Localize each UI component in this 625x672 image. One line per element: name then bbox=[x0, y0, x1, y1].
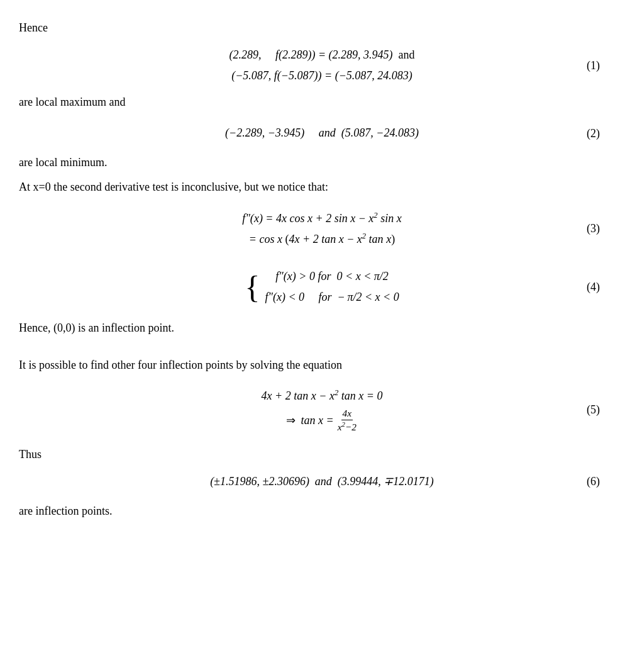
inflection-points-label: are inflection points. bbox=[19, 505, 112, 517]
eq1-lines: (2.289, f(2.289)) = (2.289, 3.945) and (… bbox=[82, 46, 562, 85]
equation-3: f″(x) = 4x cos x + 2 sin x − x2 sin x = … bbox=[19, 209, 600, 249]
eq5-line1: 4x + 2 tan x − x2 tan x = 0 bbox=[262, 386, 383, 405]
inflection-label: Hence, (0,0) is an inflection point. bbox=[19, 322, 174, 334]
eq2-number: (2) bbox=[587, 124, 600, 142]
eq3-number: (3) bbox=[587, 220, 600, 238]
local-max-label: are local maximum and bbox=[19, 96, 125, 108]
eq4-line2: f″(x) < 0 for − π/2 < x < 0 bbox=[265, 288, 399, 306]
equation-1: (2.289, f(2.289)) = (2.289, 3.945) and (… bbox=[19, 46, 600, 85]
equation-4: { f″(x) > 0 for 0 < x < π/2 f″(x) < 0 fo… bbox=[19, 267, 600, 306]
possible-text: It is possible to find other four inflec… bbox=[19, 356, 600, 374]
eq1-line1: (2.289, f(2.289)) = (2.289, 3.945) and bbox=[229, 46, 414, 64]
eq4-brace: { f″(x) > 0 for 0 < x < π/2 f″(x) < 0 fo… bbox=[245, 267, 399, 306]
eq5-fraction: 4x x2−2 bbox=[336, 408, 358, 433]
inflection-text: Hence, (0,0) is an inflection point. bbox=[19, 319, 600, 337]
possible-label: It is possible to find other four inflec… bbox=[19, 359, 342, 371]
second-deriv-text: At x=0 the second derivative test is inc… bbox=[19, 178, 600, 196]
eq6-content: (±1.51986, ±2.30696) and (3.99444, ∓12.0… bbox=[19, 473, 600, 491]
eq4-line1: f″(x) > 0 for 0 < x < π/2 bbox=[265, 267, 399, 286]
page-content: Hence (2.289, f(2.289)) = (2.289, 3.945)… bbox=[19, 19, 600, 520]
hence-text: Hence bbox=[19, 21, 48, 34]
left-brace-icon: { bbox=[245, 271, 260, 303]
equation-2: (−2.289, −3.945) and (5.087, −24.083) (2… bbox=[19, 124, 600, 142]
local-min-label: are local minimum. bbox=[19, 156, 107, 169]
local-max-text: are local maximum and bbox=[19, 93, 600, 111]
eq5-line2: ⇒ tan x = 4x x2−2 bbox=[286, 408, 358, 433]
eq5-number: (5) bbox=[587, 401, 600, 419]
local-min-text: are local minimum. bbox=[19, 154, 600, 172]
eq4-lines: f″(x) > 0 for 0 < x < π/2 f″(x) < 0 for … bbox=[265, 267, 399, 306]
inflection-points-text: are inflection points. bbox=[19, 502, 600, 520]
thus-text: Thus bbox=[19, 448, 41, 461]
hence-label: Hence bbox=[19, 19, 600, 37]
equation-5: 4x + 2 tan x − x2 tan x = 0 ⇒ tan x = 4x… bbox=[19, 386, 600, 433]
thus-label-container: Thus bbox=[19, 445, 600, 464]
second-deriv-label: At x=0 the second derivative test is inc… bbox=[19, 181, 328, 193]
eq1-number: (1) bbox=[587, 56, 600, 74]
eq3-content: f″(x) = 4x cos x + 2 sin x − x2 sin x = … bbox=[19, 209, 600, 249]
eq2-content: (−2.289, −3.945) and (5.087, −24.083) bbox=[19, 124, 600, 142]
eq6-number: (6) bbox=[587, 473, 600, 491]
equation-6: (±1.51986, ±2.30696) and (3.99444, ∓12.0… bbox=[19, 473, 600, 491]
eq4-number: (4) bbox=[587, 278, 600, 296]
eq6-formula: (±1.51986, ±2.30696) and (3.99444, ∓12.0… bbox=[210, 475, 434, 488]
eq5-lines: 4x + 2 tan x − x2 tan x = 0 ⇒ tan x = 4x… bbox=[82, 386, 562, 433]
eq1-line2: (−5.087, f(−5.087)) = (−5.087, 24.083) bbox=[231, 67, 412, 85]
eq4-content: { f″(x) > 0 for 0 < x < π/2 f″(x) < 0 fo… bbox=[19, 267, 600, 306]
eq3-line2: = cos x (4x + 2 tan x − x2 tan x) bbox=[249, 230, 395, 249]
eq3-lines: f″(x) = 4x cos x + 2 sin x − x2 sin x = … bbox=[82, 209, 562, 249]
eq3-line1: f″(x) = 4x cos x + 2 sin x − x2 sin x bbox=[242, 209, 401, 228]
eq2-formula: (−2.289, −3.945) and (5.087, −24.083) bbox=[225, 126, 419, 139]
eq1-content: (2.289, f(2.289)) = (2.289, 3.945) and (… bbox=[19, 46, 600, 85]
eq5-content: 4x + 2 tan x − x2 tan x = 0 ⇒ tan x = 4x… bbox=[19, 386, 600, 433]
